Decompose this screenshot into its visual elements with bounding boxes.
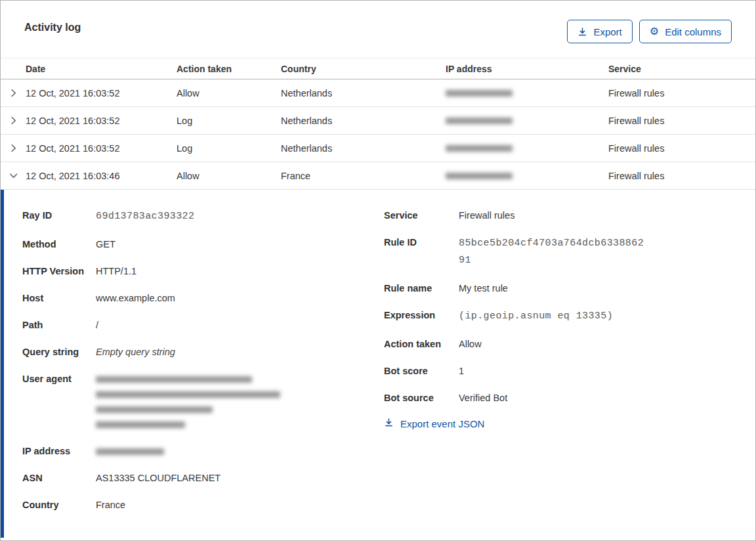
detail-value-redacted bbox=[96, 444, 164, 459]
detail-label: Query string bbox=[22, 345, 96, 360]
chevron-right-icon[interactable] bbox=[9, 143, 18, 153]
row-ip bbox=[446, 145, 608, 152]
detail-label: Path bbox=[22, 318, 96, 333]
detail-row: HTTP Version HTTP/1.1 bbox=[22, 264, 384, 279]
table-row[interactable]: 12 Oct, 2021 16:03:52 Log Netherlands Fi… bbox=[1, 107, 755, 135]
detail-row: IP address bbox=[22, 444, 384, 459]
edit-columns-label: Edit columns bbox=[665, 26, 721, 37]
detail-row: Rule ID 85bce5b204cf4703a764dcb633886291 bbox=[384, 235, 736, 269]
row-ip bbox=[446, 173, 608, 179]
row-country: Netherlands bbox=[281, 143, 446, 154]
redacted-text-line bbox=[96, 387, 280, 402]
detail-value: Allow bbox=[459, 337, 482, 352]
table-row[interactable]: 12 Oct, 2021 16:03:52 Log Netherlands Fi… bbox=[1, 135, 755, 162]
detail-row: Query string Empty query string bbox=[22, 345, 384, 360]
table-header: Date Action taken Country IP address Ser… bbox=[1, 58, 755, 79]
row-action: Allow bbox=[177, 171, 281, 181]
row-country: Netherlands bbox=[281, 88, 446, 98]
detail-label: ASN bbox=[22, 471, 96, 486]
detail-row: Action taken Allow bbox=[384, 337, 736, 352]
detail-label: Ray ID bbox=[22, 208, 96, 225]
row-expander[interactable] bbox=[1, 171, 26, 181]
detail-row: Path / bbox=[22, 318, 384, 333]
details-right-column: Service Firewall rules Rule ID 85bce5b20… bbox=[384, 208, 736, 538]
row-date: 12 Oct, 2021 16:03:52 bbox=[26, 116, 177, 126]
row-action: Log bbox=[177, 143, 281, 154]
row-expander[interactable] bbox=[1, 88, 26, 98]
detail-label: Country bbox=[22, 498, 96, 513]
export-button[interactable]: Export bbox=[567, 20, 632, 43]
row-service: Firewall rules bbox=[608, 116, 755, 126]
row-date: 12 Oct, 2021 16:03:46 bbox=[26, 171, 177, 181]
page-title: Activity log bbox=[24, 22, 81, 33]
detail-value: 1 bbox=[459, 364, 464, 379]
detail-label: Method bbox=[22, 237, 96, 252]
chevron-right-icon[interactable] bbox=[9, 116, 18, 125]
row-expander[interactable] bbox=[1, 116, 26, 125]
row-date: 12 Oct, 2021 16:03:52 bbox=[26, 88, 177, 98]
detail-row: Method GET bbox=[22, 237, 384, 252]
detail-row: Service Firewall rules bbox=[384, 208, 736, 223]
panel-header: Activity log Export ⚙ Edit columns bbox=[1, 1, 755, 58]
row-country: Netherlands bbox=[281, 116, 446, 126]
download-icon bbox=[384, 418, 394, 429]
detail-row: User agent bbox=[22, 372, 384, 432]
detail-value: 85bce5b204cf4703a764dcb633886291 bbox=[459, 235, 648, 269]
detail-row: Rule name My test rule bbox=[384, 281, 736, 296]
detail-label: Expression bbox=[384, 308, 459, 325]
export-event-json-label: Export event JSON bbox=[400, 418, 484, 429]
column-header-action: Action taken bbox=[177, 64, 281, 74]
edit-columns-button[interactable]: ⚙ Edit columns bbox=[639, 20, 732, 43]
detail-value: Empty query string bbox=[96, 345, 175, 360]
row-service: Firewall rules bbox=[608, 88, 755, 98]
detail-value: Firewall rules bbox=[459, 208, 514, 223]
download-icon bbox=[578, 27, 587, 37]
table-row[interactable]: 12 Oct, 2021 16:03:52 Allow Netherlands … bbox=[1, 79, 755, 107]
redacted-ip bbox=[446, 118, 513, 124]
detail-label: Host bbox=[22, 291, 96, 306]
row-service: Firewall rules bbox=[608, 171, 755, 181]
detail-row: ASN AS13335 CLOUDFLARENET bbox=[22, 471, 384, 486]
export-button-label: Export bbox=[593, 26, 621, 37]
chevron-down-icon[interactable] bbox=[9, 171, 18, 181]
activity-log-panel: Activity log Export ⚙ Edit columns Date … bbox=[0, 0, 756, 541]
detail-row: Ray ID 69d13783ac393322 bbox=[22, 208, 384, 225]
column-header-service: Service bbox=[608, 64, 755, 74]
detail-value: Verified Bot bbox=[459, 391, 507, 406]
detail-value: 69d13783ac393322 bbox=[96, 208, 194, 225]
redacted-text-line bbox=[96, 444, 164, 459]
row-ip bbox=[446, 90, 608, 97]
export-event-json-link[interactable]: Export event JSON bbox=[384, 418, 484, 429]
detail-value: HTTP/1.1 bbox=[96, 264, 136, 279]
chevron-right-icon[interactable] bbox=[9, 88, 18, 98]
detail-value: / bbox=[96, 318, 98, 333]
details-left-column: Ray ID 69d13783ac393322 Method GET HTTP … bbox=[22, 208, 384, 538]
redacted-ip bbox=[446, 145, 513, 152]
detail-label: Rule name bbox=[384, 281, 459, 296]
row-expander[interactable] bbox=[1, 143, 26, 153]
detail-value: www.example.com bbox=[96, 291, 175, 306]
redacted-ip bbox=[446, 173, 513, 179]
redacted-text-line bbox=[96, 372, 280, 387]
redacted-ip bbox=[446, 90, 513, 97]
column-header-date: Date bbox=[26, 64, 177, 74]
detail-value: AS13335 CLOUDFLARENET bbox=[96, 471, 220, 486]
row-ip bbox=[446, 118, 608, 124]
row-date: 12 Oct, 2021 16:03:52 bbox=[26, 143, 177, 154]
detail-label: Bot score bbox=[384, 364, 459, 379]
detail-label: HTTP Version bbox=[22, 264, 96, 279]
row-service: Firewall rules bbox=[608, 143, 755, 154]
row-country: France bbox=[281, 171, 446, 181]
detail-value: France bbox=[96, 498, 125, 513]
detail-value-redacted bbox=[96, 372, 280, 432]
gear-icon: ⚙ bbox=[650, 26, 659, 37]
column-header-ip: IP address bbox=[446, 64, 608, 74]
detail-value: GET bbox=[96, 237, 116, 252]
table-body: 12 Oct, 2021 16:03:52 Allow Netherlands … bbox=[1, 79, 755, 190]
event-details: Ray ID 69d13783ac393322 Method GET HTTP … bbox=[1, 190, 755, 538]
toolbar: Export ⚙ Edit columns bbox=[567, 20, 732, 43]
detail-row: Bot score 1 bbox=[384, 364, 736, 379]
detail-label: Bot source bbox=[384, 391, 459, 406]
table-row[interactable]: 12 Oct, 2021 16:03:46 Allow France Firew… bbox=[1, 162, 755, 190]
details-right-rows: Service Firewall rules Rule ID 85bce5b20… bbox=[384, 208, 736, 406]
